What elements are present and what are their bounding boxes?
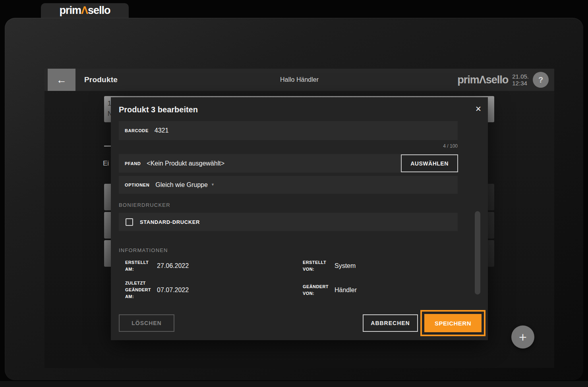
bottom-strip	[0, 381, 588, 387]
bonierdrucker-heading: BONIERDRUCKER	[119, 202, 170, 208]
chevron-down-icon: ▼	[211, 183, 215, 187]
pfand-label: PFAND	[125, 161, 141, 166]
logo-lambda-icon: Λ	[479, 74, 486, 86]
info-item-geaendert-am: ZULETZT GEÄNDERT AM: 07.07.2022	[125, 280, 303, 300]
close-button[interactable]: ✕	[475, 104, 482, 114]
appbar-right: primΛsello 21.05. 12:34 ?	[457, 69, 549, 91]
loeschen-button[interactable]: LÖSCHEN	[119, 314, 174, 332]
user-greeting: Hallo Händler	[280, 69, 319, 91]
add-product-fab[interactable]: +	[511, 325, 534, 348]
auswaehlen-button[interactable]: AUSWÄHLEN	[401, 154, 458, 172]
question-mark-icon: ?	[538, 75, 543, 85]
barcode-field[interactable]: BARCODE 4321	[119, 121, 458, 140]
datetime: 21.05. 12:34	[512, 73, 529, 87]
info-item-geaendert-von: GEÄNDERT VON: Händler	[303, 280, 455, 300]
pfand-value: <Kein Produkt ausgewählt>	[147, 160, 224, 167]
edit-product-modal: Produkt 3 bearbeiten ✕ BARCODE 4321 4 / …	[111, 97, 488, 340]
modal-title: Produkt 3 bearbeiten	[119, 105, 198, 114]
speichern-button[interactable]: SPEICHERN	[424, 314, 482, 332]
standard-drucker-label: STANDARD-DRUCKER	[140, 219, 200, 225]
back-arrow-icon: ←	[56, 74, 67, 86]
date: 21.05.	[512, 73, 529, 80]
barcode-char-counter: 4 / 100	[119, 143, 458, 149]
logo-lambda-icon: Λ	[81, 4, 88, 16]
standard-drucker-checkbox[interactable]	[126, 218, 133, 226]
barcode-value: 4321	[155, 127, 169, 134]
info-item-erstellt-von: ERSTELLT VON: System	[303, 259, 455, 273]
primasello-logo: primΛsello	[59, 4, 110, 17]
info-item-erstellt-am: ERSTELLT AM: 27.06.2022	[125, 259, 303, 273]
optionen-dropdown[interactable]: OPTIONEN Gleich wie Gruppe ▼	[119, 176, 458, 194]
optionen-value: Gleich wie Gruppe	[155, 181, 208, 189]
help-button[interactable]: ?	[533, 72, 549, 88]
browser-tab[interactable]: primΛsello	[41, 3, 129, 18]
close-icon: ✕	[475, 105, 482, 113]
informationen-heading: INFORMATIONEN	[119, 247, 168, 253]
time: 12:34	[512, 80, 529, 87]
primasello-logo: primΛsello	[457, 74, 508, 86]
speichern-highlight-ring: SPEICHERN	[420, 310, 485, 336]
back-button[interactable]: ←	[48, 69, 75, 91]
barcode-label: BARCODE	[125, 128, 149, 133]
optionen-label: OPTIONEN	[125, 183, 149, 187]
list-heading-fragment: Ei	[103, 160, 109, 168]
plus-icon: +	[519, 329, 527, 345]
standard-drucker-row[interactable]: STANDARD-DRUCKER	[119, 213, 458, 231]
abbrechen-button[interactable]: ABBRECHEN	[363, 314, 418, 332]
produkte-page: 1 N Ei	[44, 69, 554, 368]
page-title: Produkte	[84, 69, 118, 91]
appbar: ← Produkte Hallo Händler primΛsello 21.0…	[44, 69, 554, 91]
modal-scrollbar[interactable]	[475, 211, 480, 295]
info-grid: ERSTELLT AM: 27.06.2022 ERSTELLT VON: Sy…	[125, 259, 455, 300]
app-window: 1 N Ei	[5, 18, 583, 380]
